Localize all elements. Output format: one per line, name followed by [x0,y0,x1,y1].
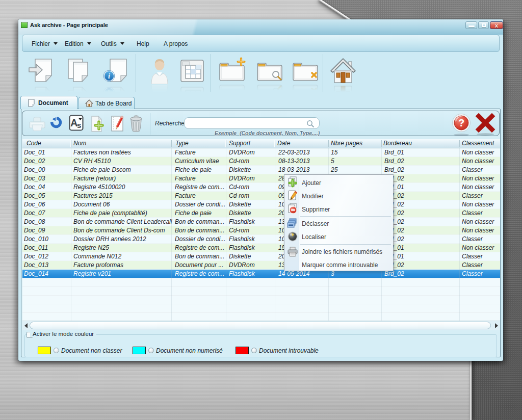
svg-text:i: i [108,72,110,80]
svg-text:?: ? [458,117,464,128]
svg-text:i: i [108,89,110,93]
svg-text:s: s [77,121,81,129]
